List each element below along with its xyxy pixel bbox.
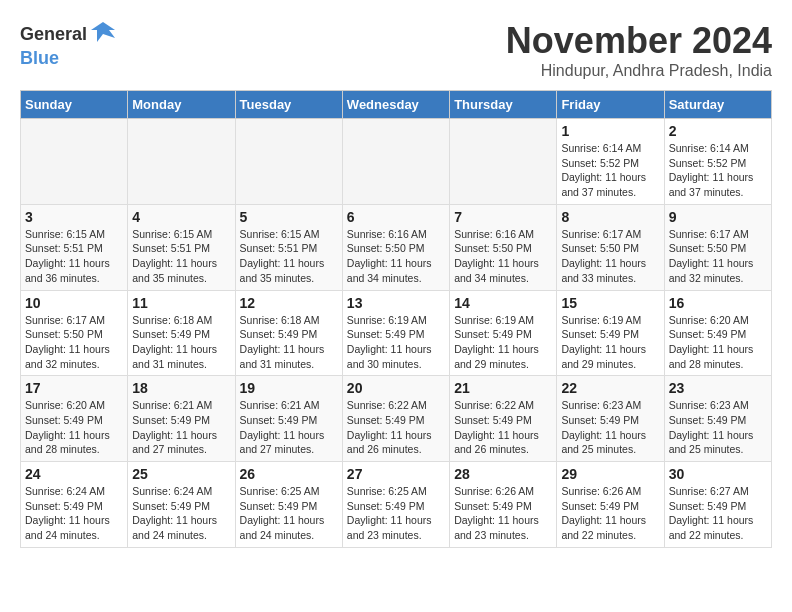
calendar-cell: 5Sunrise: 6:15 AMSunset: 5:51 PMDaylight… xyxy=(235,204,342,290)
day-info: Sunrise: 6:23 AMSunset: 5:49 PMDaylight:… xyxy=(669,398,767,457)
day-number: 14 xyxy=(454,295,552,311)
header: General Blue November 2024 Hindupur, And… xyxy=(20,20,772,80)
day-number: 29 xyxy=(561,466,659,482)
calendar-cell: 3Sunrise: 6:15 AMSunset: 5:51 PMDaylight… xyxy=(21,204,128,290)
calendar-cell: 7Sunrise: 6:16 AMSunset: 5:50 PMDaylight… xyxy=(450,204,557,290)
day-number: 30 xyxy=(669,466,767,482)
day-info: Sunrise: 6:15 AMSunset: 5:51 PMDaylight:… xyxy=(132,227,230,286)
day-number: 19 xyxy=(240,380,338,396)
day-info: Sunrise: 6:19 AMSunset: 5:49 PMDaylight:… xyxy=(347,313,445,372)
calendar-week-row: 10Sunrise: 6:17 AMSunset: 5:50 PMDayligh… xyxy=(21,290,772,376)
day-info: Sunrise: 6:25 AMSunset: 5:49 PMDaylight:… xyxy=(240,484,338,543)
calendar-cell xyxy=(21,119,128,205)
calendar-week-row: 24Sunrise: 6:24 AMSunset: 5:49 PMDayligh… xyxy=(21,462,772,548)
location-subtitle: Hindupur, Andhra Pradesh, India xyxy=(506,62,772,80)
calendar-table: SundayMondayTuesdayWednesdayThursdayFrid… xyxy=(20,90,772,548)
calendar-cell: 11Sunrise: 6:18 AMSunset: 5:49 PMDayligh… xyxy=(128,290,235,376)
day-info: Sunrise: 6:18 AMSunset: 5:49 PMDaylight:… xyxy=(240,313,338,372)
calendar-header-row: SundayMondayTuesdayWednesdayThursdayFrid… xyxy=(21,91,772,119)
calendar-cell: 23Sunrise: 6:23 AMSunset: 5:49 PMDayligh… xyxy=(664,376,771,462)
day-number: 27 xyxy=(347,466,445,482)
logo-general-text: General xyxy=(20,24,87,45)
col-header-saturday: Saturday xyxy=(664,91,771,119)
day-number: 24 xyxy=(25,466,123,482)
calendar-cell: 30Sunrise: 6:27 AMSunset: 5:49 PMDayligh… xyxy=(664,462,771,548)
calendar-cell: 13Sunrise: 6:19 AMSunset: 5:49 PMDayligh… xyxy=(342,290,449,376)
day-number: 3 xyxy=(25,209,123,225)
day-number: 25 xyxy=(132,466,230,482)
calendar-cell: 19Sunrise: 6:21 AMSunset: 5:49 PMDayligh… xyxy=(235,376,342,462)
day-number: 17 xyxy=(25,380,123,396)
calendar-cell xyxy=(128,119,235,205)
day-number: 8 xyxy=(561,209,659,225)
day-info: Sunrise: 6:22 AMSunset: 5:49 PMDaylight:… xyxy=(347,398,445,457)
day-info: Sunrise: 6:18 AMSunset: 5:49 PMDaylight:… xyxy=(132,313,230,372)
day-info: Sunrise: 6:25 AMSunset: 5:49 PMDaylight:… xyxy=(347,484,445,543)
calendar-cell: 2Sunrise: 6:14 AMSunset: 5:52 PMDaylight… xyxy=(664,119,771,205)
calendar-cell: 26Sunrise: 6:25 AMSunset: 5:49 PMDayligh… xyxy=(235,462,342,548)
calendar-cell: 14Sunrise: 6:19 AMSunset: 5:49 PMDayligh… xyxy=(450,290,557,376)
day-info: Sunrise: 6:27 AMSunset: 5:49 PMDaylight:… xyxy=(669,484,767,543)
calendar-cell: 24Sunrise: 6:24 AMSunset: 5:49 PMDayligh… xyxy=(21,462,128,548)
day-number: 28 xyxy=(454,466,552,482)
calendar-cell xyxy=(342,119,449,205)
day-number: 23 xyxy=(669,380,767,396)
day-info: Sunrise: 6:19 AMSunset: 5:49 PMDaylight:… xyxy=(561,313,659,372)
col-header-wednesday: Wednesday xyxy=(342,91,449,119)
calendar-cell: 18Sunrise: 6:21 AMSunset: 5:49 PMDayligh… xyxy=(128,376,235,462)
calendar-week-row: 17Sunrise: 6:20 AMSunset: 5:49 PMDayligh… xyxy=(21,376,772,462)
calendar-cell: 15Sunrise: 6:19 AMSunset: 5:49 PMDayligh… xyxy=(557,290,664,376)
day-info: Sunrise: 6:23 AMSunset: 5:49 PMDaylight:… xyxy=(561,398,659,457)
calendar-cell: 21Sunrise: 6:22 AMSunset: 5:49 PMDayligh… xyxy=(450,376,557,462)
day-info: Sunrise: 6:24 AMSunset: 5:49 PMDaylight:… xyxy=(132,484,230,543)
day-info: Sunrise: 6:26 AMSunset: 5:49 PMDaylight:… xyxy=(454,484,552,543)
calendar-cell: 16Sunrise: 6:20 AMSunset: 5:49 PMDayligh… xyxy=(664,290,771,376)
calendar-cell: 8Sunrise: 6:17 AMSunset: 5:50 PMDaylight… xyxy=(557,204,664,290)
calendar-week-row: 1Sunrise: 6:14 AMSunset: 5:52 PMDaylight… xyxy=(21,119,772,205)
day-number: 4 xyxy=(132,209,230,225)
day-number: 20 xyxy=(347,380,445,396)
day-number: 26 xyxy=(240,466,338,482)
day-info: Sunrise: 6:19 AMSunset: 5:49 PMDaylight:… xyxy=(454,313,552,372)
day-number: 16 xyxy=(669,295,767,311)
day-number: 1 xyxy=(561,123,659,139)
day-info: Sunrise: 6:14 AMSunset: 5:52 PMDaylight:… xyxy=(669,141,767,200)
calendar-cell xyxy=(235,119,342,205)
logo-blue-text: Blue xyxy=(20,48,59,68)
month-title: November 2024 xyxy=(506,20,772,62)
day-number: 18 xyxy=(132,380,230,396)
day-info: Sunrise: 6:14 AMSunset: 5:52 PMDaylight:… xyxy=(561,141,659,200)
calendar-cell: 9Sunrise: 6:17 AMSunset: 5:50 PMDaylight… xyxy=(664,204,771,290)
logo-bird-icon xyxy=(89,20,117,48)
calendar-cell: 4Sunrise: 6:15 AMSunset: 5:51 PMDaylight… xyxy=(128,204,235,290)
calendar-cell: 12Sunrise: 6:18 AMSunset: 5:49 PMDayligh… xyxy=(235,290,342,376)
calendar-cell: 27Sunrise: 6:25 AMSunset: 5:49 PMDayligh… xyxy=(342,462,449,548)
calendar-cell: 25Sunrise: 6:24 AMSunset: 5:49 PMDayligh… xyxy=(128,462,235,548)
day-number: 2 xyxy=(669,123,767,139)
day-info: Sunrise: 6:17 AMSunset: 5:50 PMDaylight:… xyxy=(25,313,123,372)
calendar-cell: 20Sunrise: 6:22 AMSunset: 5:49 PMDayligh… xyxy=(342,376,449,462)
day-info: Sunrise: 6:15 AMSunset: 5:51 PMDaylight:… xyxy=(25,227,123,286)
day-number: 9 xyxy=(669,209,767,225)
day-number: 13 xyxy=(347,295,445,311)
day-info: Sunrise: 6:24 AMSunset: 5:49 PMDaylight:… xyxy=(25,484,123,543)
day-info: Sunrise: 6:20 AMSunset: 5:49 PMDaylight:… xyxy=(669,313,767,372)
col-header-monday: Monday xyxy=(128,91,235,119)
calendar-cell: 10Sunrise: 6:17 AMSunset: 5:50 PMDayligh… xyxy=(21,290,128,376)
day-number: 21 xyxy=(454,380,552,396)
day-number: 10 xyxy=(25,295,123,311)
calendar-cell: 17Sunrise: 6:20 AMSunset: 5:49 PMDayligh… xyxy=(21,376,128,462)
day-info: Sunrise: 6:26 AMSunset: 5:49 PMDaylight:… xyxy=(561,484,659,543)
day-info: Sunrise: 6:20 AMSunset: 5:49 PMDaylight:… xyxy=(25,398,123,457)
day-info: Sunrise: 6:16 AMSunset: 5:50 PMDaylight:… xyxy=(347,227,445,286)
calendar-cell: 22Sunrise: 6:23 AMSunset: 5:49 PMDayligh… xyxy=(557,376,664,462)
calendar-week-row: 3Sunrise: 6:15 AMSunset: 5:51 PMDaylight… xyxy=(21,204,772,290)
calendar-cell: 28Sunrise: 6:26 AMSunset: 5:49 PMDayligh… xyxy=(450,462,557,548)
col-header-sunday: Sunday xyxy=(21,91,128,119)
day-info: Sunrise: 6:17 AMSunset: 5:50 PMDaylight:… xyxy=(669,227,767,286)
day-info: Sunrise: 6:21 AMSunset: 5:49 PMDaylight:… xyxy=(132,398,230,457)
day-number: 11 xyxy=(132,295,230,311)
day-info: Sunrise: 6:15 AMSunset: 5:51 PMDaylight:… xyxy=(240,227,338,286)
day-number: 5 xyxy=(240,209,338,225)
day-info: Sunrise: 6:21 AMSunset: 5:49 PMDaylight:… xyxy=(240,398,338,457)
